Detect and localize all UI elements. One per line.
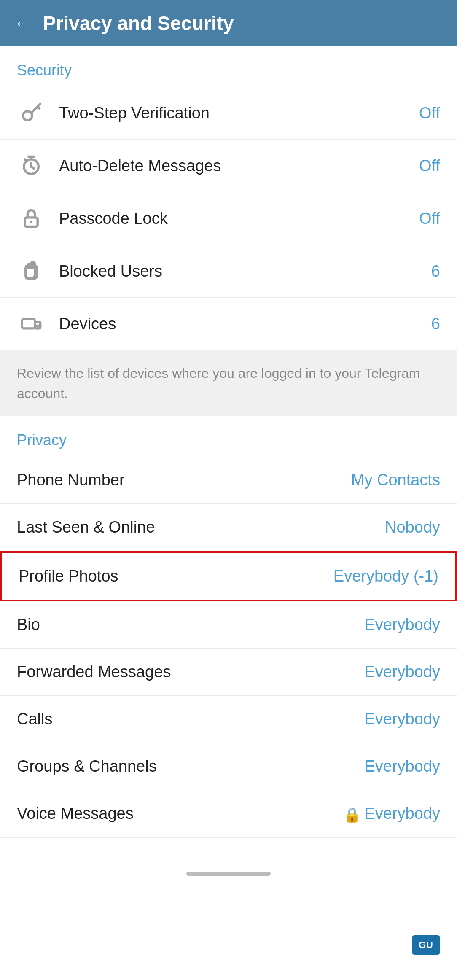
passcode-lock-value: Off bbox=[419, 210, 440, 228]
back-button[interactable]: ← bbox=[13, 14, 31, 32]
forwarded-messages-label: Forwarded Messages bbox=[17, 663, 364, 681]
phone-number-label: Phone Number bbox=[17, 471, 351, 489]
svg-line-2 bbox=[38, 107, 39, 108]
svg-point-10 bbox=[30, 221, 33, 223]
passcode-lock-label: Passcode Lock bbox=[59, 210, 419, 228]
watermark: GU bbox=[412, 935, 440, 955]
premium-lock-icon: 🔒 bbox=[343, 806, 361, 823]
devices-icon bbox=[17, 310, 46, 338]
timer-icon bbox=[17, 151, 46, 180]
lock-icon bbox=[17, 204, 46, 233]
two-step-verification-item[interactable]: Two-Step Verification Off bbox=[0, 87, 457, 140]
last-seen-value: Nobody bbox=[385, 518, 440, 536]
blocked-users-item[interactable]: Blocked Users 6 bbox=[0, 245, 457, 298]
voice-messages-item[interactable]: Voice Messages 🔒Everybody bbox=[0, 790, 457, 838]
phone-number-item[interactable]: Phone Number My Contacts bbox=[0, 457, 457, 504]
devices-item[interactable]: Devices 6 bbox=[0, 298, 457, 350]
bio-value: Everybody bbox=[364, 616, 440, 634]
devices-info-box: Review the list of devices where you are… bbox=[0, 350, 457, 416]
blocked-users-label: Blocked Users bbox=[59, 262, 431, 280]
calls-item[interactable]: Calls Everybody bbox=[0, 696, 457, 743]
forwarded-messages-value: Everybody bbox=[364, 663, 440, 681]
privacy-section-label: Privacy bbox=[0, 416, 457, 457]
header: ← Privacy and Security bbox=[0, 0, 457, 46]
bottom-handle bbox=[186, 872, 271, 876]
groups-channels-item[interactable]: Groups & Channels Everybody bbox=[0, 743, 457, 790]
bottom-bar bbox=[0, 863, 457, 884]
forwarded-messages-item[interactable]: Forwarded Messages Everybody bbox=[0, 649, 457, 696]
key-icon bbox=[17, 99, 46, 127]
devices-label: Devices bbox=[59, 315, 431, 333]
svg-line-6 bbox=[31, 167, 34, 168]
groups-channels-label: Groups & Channels bbox=[17, 757, 364, 775]
groups-channels-value: Everybody bbox=[364, 757, 440, 775]
voice-messages-label: Voice Messages bbox=[17, 805, 343, 823]
auto-delete-messages-label: Auto-Delete Messages bbox=[59, 157, 419, 175]
bio-label: Bio bbox=[17, 616, 364, 634]
auto-delete-messages-value: Off bbox=[419, 157, 440, 175]
bio-item[interactable]: Bio Everybody bbox=[0, 601, 457, 649]
svg-line-3 bbox=[35, 108, 37, 109]
hand-icon bbox=[17, 257, 46, 285]
profile-photos-item[interactable]: Profile Photos Everybody (-1) bbox=[0, 551, 457, 601]
calls-value: Everybody bbox=[364, 710, 440, 728]
phone-number-value: My Contacts bbox=[351, 471, 440, 489]
calls-label: Calls bbox=[17, 710, 364, 728]
profile-photos-value: Everybody (-1) bbox=[333, 567, 438, 585]
security-section-label: Security bbox=[0, 46, 457, 87]
voice-messages-value: 🔒Everybody bbox=[343, 805, 440, 823]
passcode-lock-item[interactable]: Passcode Lock Off bbox=[0, 192, 457, 245]
two-step-verification-label: Two-Step Verification bbox=[59, 104, 419, 122]
profile-photos-label: Profile Photos bbox=[19, 567, 333, 585]
page-title: Privacy and Security bbox=[43, 12, 234, 35]
svg-rect-14 bbox=[22, 319, 35, 328]
auto-delete-messages-item[interactable]: Auto-Delete Messages Off bbox=[0, 140, 457, 192]
last-seen-label: Last Seen & Online bbox=[17, 518, 385, 536]
blocked-users-value: 6 bbox=[431, 262, 440, 280]
devices-value: 6 bbox=[431, 315, 440, 333]
last-seen-item[interactable]: Last Seen & Online Nobody bbox=[0, 504, 457, 551]
two-step-verification-value: Off bbox=[419, 104, 440, 122]
